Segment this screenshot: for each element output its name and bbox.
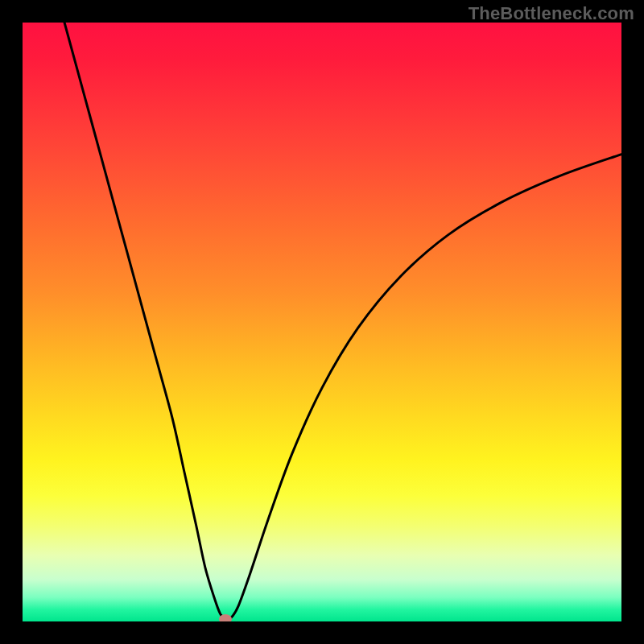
plot-area [23,23,621,621]
watermark-text: TheBottleneck.com [469,3,634,24]
optimal-point-marker [219,614,232,621]
bottleneck-curve [23,23,621,621]
curve-path [64,23,621,620]
chart-frame: TheBottleneck.com [0,0,644,644]
